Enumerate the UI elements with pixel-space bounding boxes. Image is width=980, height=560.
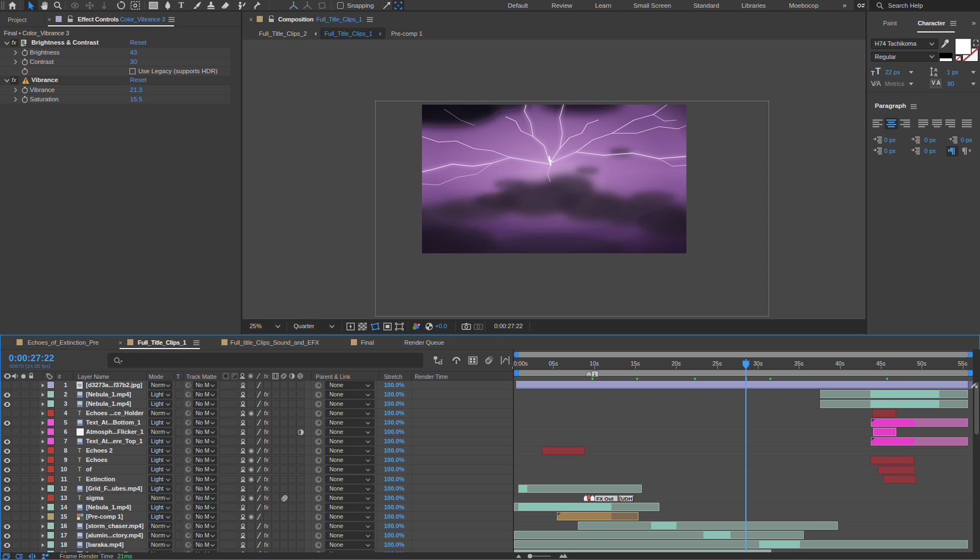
svg-text:A: A [934, 72, 938, 77]
svg-text:1: 1 [593, 372, 596, 377]
svg-text:[UDH]: [UDH] [619, 496, 634, 502]
svg-text:FX Out: FX Out [597, 496, 614, 502]
